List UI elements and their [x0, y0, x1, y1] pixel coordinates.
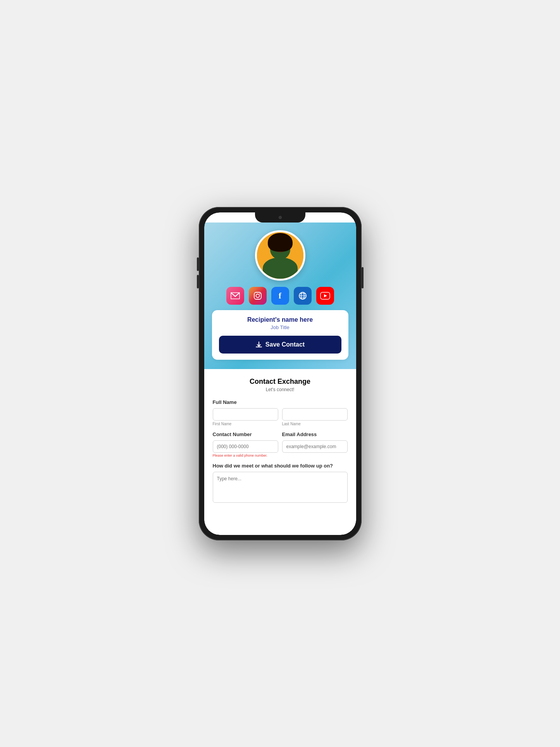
full-name-label: Full Name — [213, 399, 348, 405]
screen-content: f — [204, 212, 356, 535]
contact-email-section: Contact Number Please enter a valid phon… — [213, 431, 348, 457]
save-contact-label: Save Contact — [265, 341, 305, 348]
social-icons-row: f — [212, 287, 348, 305]
last-name-field-label: Last Name — [282, 422, 348, 426]
instagram-icon — [253, 292, 262, 300]
power-button — [362, 267, 364, 288]
phone-notch — [255, 212, 305, 223]
info-card: Recipient's name here Job Title Save Con… — [212, 310, 348, 360]
exchange-title: Contact Exchange — [213, 378, 348, 386]
hero-card: f — [204, 223, 356, 369]
how-met-label: How did we meet or what should we follow… — [213, 463, 348, 469]
avatar — [255, 230, 305, 281]
recipient-name: Recipient's name here — [219, 316, 341, 323]
how-met-textarea[interactable] — [213, 472, 348, 503]
contact-number-label: Contact Number — [213, 431, 278, 437]
phone-device: f — [199, 207, 362, 540]
exchange-subtitle: Let's connect! — [213, 387, 348, 392]
facebook-social-icon[interactable]: f — [271, 287, 289, 305]
svg-point-4 — [259, 293, 260, 294]
youtube-social-icon[interactable] — [316, 287, 334, 305]
volume-down-button — [197, 275, 199, 288]
youtube-icon — [320, 292, 330, 300]
contact-email-row: Contact Number Please enter a valid phon… — [213, 431, 348, 457]
full-name-section: Full Name First Name Last Name — [213, 399, 348, 426]
contact-number-hint: Please enter a valid phone number. — [213, 454, 278, 457]
email-social-icon[interactable] — [226, 287, 244, 305]
phone-screen: f — [204, 212, 356, 535]
email-input[interactable] — [282, 440, 348, 453]
avatar-person-graphic — [257, 232, 303, 279]
contact-number-group: Contact Number Please enter a valid phon… — [213, 431, 278, 457]
svg-point-3 — [256, 294, 259, 297]
how-met-section: How did we meet or what should we follow… — [213, 463, 348, 504]
svg-marker-11 — [324, 294, 327, 297]
volume-up-button — [197, 257, 199, 271]
email-group: Email Address — [282, 431, 348, 457]
first-name-group: First Name — [213, 408, 278, 426]
contact-exchange-section: Contact Exchange Let's connect! Full Nam… — [204, 369, 356, 521]
first-name-input[interactable] — [213, 408, 278, 421]
avatar-wrapper — [212, 223, 348, 287]
instagram-social-icon[interactable] — [249, 287, 267, 305]
globe-icon — [298, 291, 307, 300]
first-name-field-label: First Name — [213, 422, 278, 426]
name-fields-row: First Name Last Name — [213, 408, 348, 426]
job-title: Job Title — [219, 324, 341, 330]
save-contact-button[interactable]: Save Contact — [219, 336, 341, 354]
last-name-group: Last Name — [282, 408, 348, 426]
last-name-input[interactable] — [282, 408, 348, 421]
contact-number-input[interactable] — [213, 440, 278, 453]
email-address-label: Email Address — [282, 431, 348, 437]
email-icon — [231, 292, 240, 299]
avatar-hair — [268, 233, 293, 252]
front-camera-icon — [279, 216, 282, 219]
facebook-f-letter: f — [279, 291, 281, 301]
download-icon — [255, 341, 262, 348]
globe-social-icon[interactable] — [294, 287, 312, 305]
